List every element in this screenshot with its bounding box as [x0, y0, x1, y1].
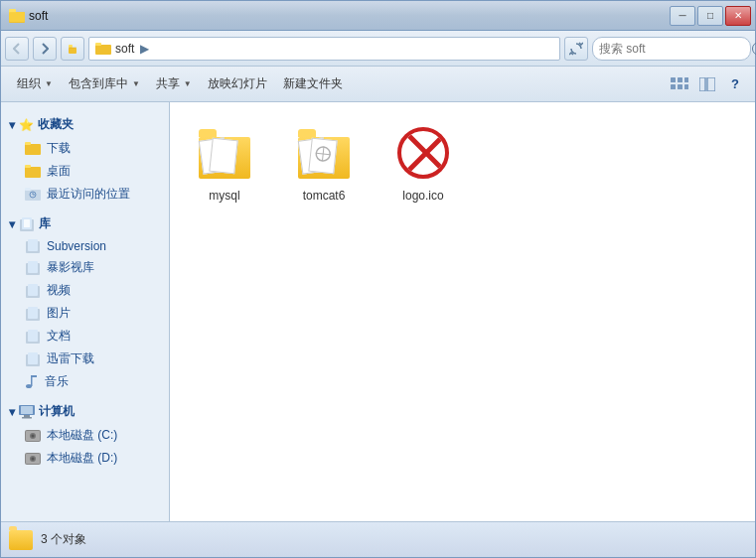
title-text: soft	[29, 9, 48, 23]
logo-ico-label: logo.ico	[402, 189, 443, 203]
sidebar-item-recent[interactable]: 最近访问的位置	[1, 183, 169, 206]
status-folder-icon	[9, 530, 33, 550]
video-icon	[25, 284, 41, 298]
sidebar-item-picture[interactable]: 图片	[1, 302, 169, 325]
svg-rect-43	[21, 406, 33, 414]
maximize-button[interactable]: □	[697, 6, 723, 26]
svg-rect-17	[25, 167, 41, 178]
svg-rect-9	[684, 77, 688, 82]
svg-rect-34	[28, 307, 38, 319]
view-toggle-button[interactable]	[695, 72, 719, 96]
search-bar[interactable]	[592, 37, 751, 61]
mysql-label: mysql	[209, 189, 239, 203]
breadcrumb: soft ▶	[95, 42, 151, 56]
svg-rect-11	[678, 84, 682, 89]
search-input[interactable]	[599, 42, 748, 56]
svg-rect-7	[671, 77, 676, 82]
desktop-icon	[25, 165, 41, 178]
download-icon	[25, 142, 41, 155]
library-section: ▾ 库 Subversion	[1, 209, 169, 393]
svg-rect-6	[95, 43, 101, 46]
file-item-mysql[interactable]: mysql	[180, 112, 269, 211]
new-folder-button[interactable]: 新建文件夹	[275, 71, 351, 96]
sidebar-item-desktop[interactable]: 桌面	[1, 160, 169, 183]
computer-arrow-icon: ▾	[9, 405, 15, 419]
tomcat6-folder-icon	[292, 121, 356, 185]
svg-rect-28	[28, 239, 38, 251]
address-bar: soft ▶	[1, 31, 755, 67]
toolbar: 组织 ▼ 包含到库中 ▼ 共享 ▼ 放映幻灯片 新建文件夹	[1, 67, 755, 102]
picture-icon	[25, 307, 41, 321]
svg-rect-3	[69, 48, 76, 54]
forward-button[interactable]	[33, 37, 57, 61]
back-button[interactable]	[5, 37, 29, 61]
svg-rect-8	[678, 77, 682, 82]
breadcrumb-arrow: ▶	[140, 42, 149, 56]
minimize-button[interactable]: ─	[670, 6, 695, 26]
favorites-header[interactable]: ▾ ⭐ 收藏夹	[1, 110, 169, 137]
svg-rect-41	[31, 375, 37, 377]
svg-rect-20	[25, 188, 31, 191]
organize-dropdown-icon: ▼	[45, 79, 53, 88]
disk-d-icon	[25, 453, 41, 465]
file-item-tomcat6[interactable]: tomcat6	[279, 112, 369, 211]
svg-rect-13	[699, 77, 705, 91]
file-grid: mysql	[180, 112, 745, 211]
library-icon	[19, 217, 35, 231]
file-item-logo-ico[interactable]: logo.ico	[378, 112, 468, 211]
breadcrumb-path: soft	[115, 42, 134, 56]
svg-rect-44	[24, 415, 30, 417]
svg-rect-32	[28, 284, 38, 296]
sidebar-item-download[interactable]: 下载	[1, 137, 169, 160]
storm-video-icon	[25, 261, 41, 275]
slideshow-button[interactable]: 放映幻灯片	[200, 71, 275, 96]
status-count-text: 3 个对象	[41, 531, 86, 548]
sidebar-item-video[interactable]: 视频	[1, 279, 169, 302]
logo-ico-icon	[391, 121, 455, 185]
breadcrumb-bar[interactable]: soft ▶	[88, 37, 560, 61]
help-button[interactable]: ?	[723, 72, 747, 96]
library-header[interactable]: ▾ 库	[1, 209, 169, 236]
title-buttons: ─ □ ✕	[670, 6, 751, 26]
include-library-button[interactable]: 包含到库中 ▼	[61, 71, 148, 96]
favorites-arrow-icon: ▾	[9, 118, 15, 132]
svg-point-49	[32, 434, 35, 437]
computer-section: ▾ 计算机 本地磁盘 (C:	[1, 397, 169, 470]
organize-button[interactable]: 组织 ▼	[9, 71, 61, 96]
view-options-button[interactable]	[668, 72, 691, 96]
recent-icon	[25, 188, 41, 201]
music-icon	[25, 375, 39, 389]
svg-rect-15	[25, 144, 41, 155]
sidebar-item-music[interactable]: 音乐	[1, 370, 169, 393]
svg-rect-38	[28, 352, 38, 364]
share-dropdown-icon: ▼	[184, 79, 192, 88]
toolbar-right: ?	[668, 72, 747, 96]
svg-rect-18	[25, 165, 31, 168]
favorites-star-icon: ⭐	[19, 118, 34, 132]
title-bar: soft ─ □ ✕	[1, 1, 755, 31]
svg-rect-5	[95, 45, 111, 55]
svg-rect-2	[9, 12, 25, 22]
status-bar: 3 个对象	[1, 521, 755, 557]
sidebar-item-document[interactable]: 文档	[1, 325, 169, 348]
up-button[interactable]	[61, 37, 84, 61]
svg-rect-4	[69, 45, 73, 48]
refresh-button[interactable]	[564, 37, 588, 61]
content-area: mysql	[170, 102, 755, 521]
favorites-section: ▾ ⭐ 收藏夹 下载 桌面	[1, 110, 169, 206]
svg-rect-16	[25, 142, 31, 145]
sidebar-item-thunder[interactable]: 迅雷下载	[1, 348, 169, 370]
share-button[interactable]: 共享 ▼	[148, 71, 200, 96]
sidebar-item-disk-c[interactable]: 本地磁盘 (C:)	[1, 424, 169, 447]
svg-rect-36	[28, 330, 38, 342]
computer-section-icon	[19, 405, 35, 419]
include-dropdown-icon: ▼	[132, 79, 140, 88]
svg-rect-12	[684, 84, 688, 89]
document-icon	[25, 330, 41, 344]
computer-header[interactable]: ▾ 计算机	[1, 397, 169, 424]
sidebar-item-storm-video[interactable]: 暴影视库	[1, 256, 169, 279]
sidebar-item-subversion[interactable]: Subversion	[1, 236, 169, 256]
close-button[interactable]: ✕	[725, 6, 751, 26]
main-window: soft ─ □ ✕ s	[0, 0, 756, 558]
sidebar-item-disk-d[interactable]: 本地磁盘 (D:)	[1, 447, 169, 470]
